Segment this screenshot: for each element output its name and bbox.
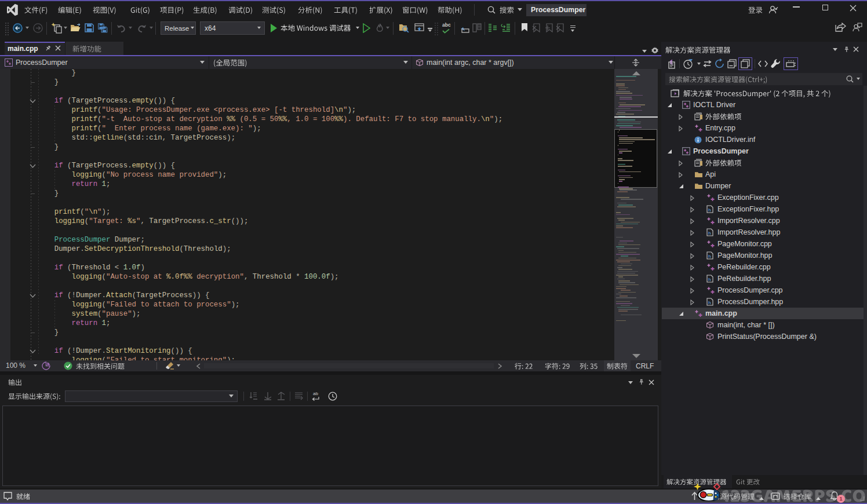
svg-text:h: h — [708, 207, 711, 213]
svg-text:h: h — [708, 300, 711, 305]
svg-text:h: h — [708, 277, 711, 282]
svg-text:h: h — [708, 231, 711, 236]
svg-text:h: h — [708, 254, 711, 259]
